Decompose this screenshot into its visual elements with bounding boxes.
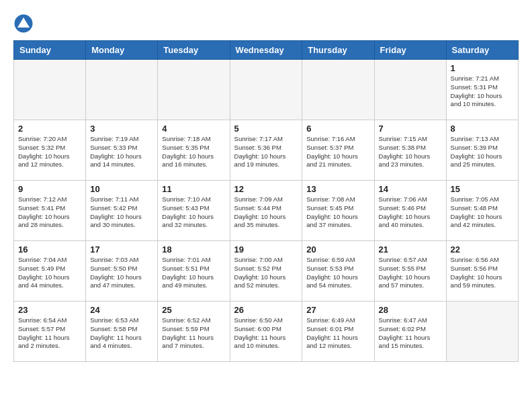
calendar-cell: 21Sunrise: 6:57 AM Sunset: 5:55 PM Dayli… xyxy=(374,241,446,302)
day-number: 27 xyxy=(306,305,369,315)
day-info: Sunrise: 6:52 AM Sunset: 5:59 PM Dayligh… xyxy=(162,316,225,351)
calendar-cell: 6Sunrise: 7:16 AM Sunset: 5:37 PM Daylig… xyxy=(302,120,374,181)
day-info: Sunrise: 7:00 AM Sunset: 5:52 PM Dayligh… xyxy=(234,256,298,290)
day-number: 24 xyxy=(90,305,153,315)
day-number: 21 xyxy=(379,244,442,255)
week-row-5: 23Sunrise: 6:54 AM Sunset: 5:57 PM Dayli… xyxy=(14,302,519,362)
day-number: 15 xyxy=(451,184,514,194)
calendar-cell: 23Sunrise: 6:54 AM Sunset: 5:57 PM Dayli… xyxy=(14,302,86,362)
day-number: 22 xyxy=(451,244,514,255)
day-info: Sunrise: 7:19 AM Sunset: 5:33 PM Dayligh… xyxy=(90,135,153,169)
day-number: 10 xyxy=(90,184,153,194)
day-info: Sunrise: 7:04 AM Sunset: 5:49 PM Dayligh… xyxy=(18,256,81,290)
day-info: Sunrise: 6:56 AM Sunset: 5:56 PM Dayligh… xyxy=(451,256,514,290)
calendar-cell: 8Sunrise: 7:13 AM Sunset: 5:39 PM Daylig… xyxy=(446,120,518,181)
calendar-cell: 10Sunrise: 7:11 AM Sunset: 5:42 PM Dayli… xyxy=(86,181,158,241)
day-info: Sunrise: 7:11 AM Sunset: 5:42 PM Dayligh… xyxy=(90,195,153,230)
calendar-cell: 28Sunrise: 6:47 AM Sunset: 6:02 PM Dayli… xyxy=(374,302,446,362)
calendar-cell: 11Sunrise: 7:10 AM Sunset: 5:43 PM Dayli… xyxy=(158,181,230,241)
weekday-header-saturday: Saturday xyxy=(446,41,518,60)
day-info: Sunrise: 6:50 AM Sunset: 6:00 PM Dayligh… xyxy=(234,316,298,351)
weekday-header-sunday: Sunday xyxy=(14,41,86,60)
day-number: 11 xyxy=(162,184,225,194)
weekday-header-tuesday: Tuesday xyxy=(158,41,230,60)
day-number: 8 xyxy=(451,124,514,134)
week-row-4: 16Sunrise: 7:04 AM Sunset: 5:49 PM Dayli… xyxy=(14,241,519,302)
day-info: Sunrise: 7:03 AM Sunset: 5:50 PM Dayligh… xyxy=(90,256,153,290)
weekday-header-row: SundayMondayTuesdayWednesdayThursdayFrid… xyxy=(14,41,519,60)
logo xyxy=(13,13,36,34)
calendar-table: SundayMondayTuesdayWednesdayThursdayFrid… xyxy=(13,40,519,362)
day-number: 5 xyxy=(234,124,298,134)
calendar-cell: 19Sunrise: 7:00 AM Sunset: 5:52 PM Dayli… xyxy=(230,241,302,302)
logo-icon xyxy=(13,13,34,34)
day-info: Sunrise: 7:10 AM Sunset: 5:43 PM Dayligh… xyxy=(162,195,225,230)
calendar-cell: 14Sunrise: 7:06 AM Sunset: 5:46 PM Dayli… xyxy=(374,181,446,241)
day-info: Sunrise: 6:47 AM Sunset: 6:02 PM Dayligh… xyxy=(379,316,442,351)
calendar-cell xyxy=(14,60,86,120)
calendar-cell: 27Sunrise: 6:49 AM Sunset: 6:01 PM Dayli… xyxy=(302,302,374,362)
calendar-cell xyxy=(230,60,302,120)
day-info: Sunrise: 7:01 AM Sunset: 5:51 PM Dayligh… xyxy=(162,256,225,290)
day-info: Sunrise: 7:17 AM Sunset: 5:36 PM Dayligh… xyxy=(234,135,298,169)
day-info: Sunrise: 7:15 AM Sunset: 5:38 PM Dayligh… xyxy=(379,135,442,169)
day-number: 20 xyxy=(306,244,369,255)
day-number: 2 xyxy=(18,124,81,134)
week-row-3: 9Sunrise: 7:12 AM Sunset: 5:41 PM Daylig… xyxy=(14,181,519,241)
day-info: Sunrise: 7:08 AM Sunset: 5:45 PM Dayligh… xyxy=(306,195,369,230)
day-number: 1 xyxy=(451,63,514,73)
calendar-cell: 12Sunrise: 7:09 AM Sunset: 5:44 PM Dayli… xyxy=(230,181,302,241)
week-row-2: 2Sunrise: 7:20 AM Sunset: 5:32 PM Daylig… xyxy=(14,120,519,181)
day-number: 7 xyxy=(379,124,442,134)
calendar-cell: 5Sunrise: 7:17 AM Sunset: 5:36 PM Daylig… xyxy=(230,120,302,181)
calendar-cell: 3Sunrise: 7:19 AM Sunset: 5:33 PM Daylig… xyxy=(86,120,158,181)
calendar-cell: 25Sunrise: 6:52 AM Sunset: 5:59 PM Dayli… xyxy=(158,302,230,362)
day-info: Sunrise: 7:20 AM Sunset: 5:32 PM Dayligh… xyxy=(18,135,81,169)
calendar-cell: 17Sunrise: 7:03 AM Sunset: 5:50 PM Dayli… xyxy=(86,241,158,302)
calendar-cell: 18Sunrise: 7:01 AM Sunset: 5:51 PM Dayli… xyxy=(158,241,230,302)
weekday-header-wednesday: Wednesday xyxy=(230,41,302,60)
day-info: Sunrise: 6:54 AM Sunset: 5:57 PM Dayligh… xyxy=(18,316,81,351)
day-number: 16 xyxy=(18,244,81,255)
weekday-header-friday: Friday xyxy=(374,41,446,60)
day-number: 17 xyxy=(90,244,153,255)
day-number: 26 xyxy=(234,305,298,315)
weekday-header-monday: Monday xyxy=(86,41,158,60)
calendar-cell xyxy=(302,60,374,120)
calendar-cell: 4Sunrise: 7:18 AM Sunset: 5:35 PM Daylig… xyxy=(158,120,230,181)
day-number: 28 xyxy=(379,305,442,315)
calendar-cell xyxy=(86,60,158,120)
calendar-cell: 13Sunrise: 7:08 AM Sunset: 5:45 PM Dayli… xyxy=(302,181,374,241)
calendar-cell: 20Sunrise: 6:59 AM Sunset: 5:53 PM Dayli… xyxy=(302,241,374,302)
day-info: Sunrise: 7:09 AM Sunset: 5:44 PM Dayligh… xyxy=(234,195,298,230)
day-info: Sunrise: 7:13 AM Sunset: 5:39 PM Dayligh… xyxy=(451,135,514,169)
day-number: 9 xyxy=(18,184,81,194)
calendar-cell: 24Sunrise: 6:53 AM Sunset: 5:58 PM Dayli… xyxy=(86,302,158,362)
calendar-cell xyxy=(374,60,446,120)
calendar-cell: 9Sunrise: 7:12 AM Sunset: 5:41 PM Daylig… xyxy=(14,181,86,241)
day-number: 23 xyxy=(18,305,81,315)
day-number: 13 xyxy=(306,184,369,194)
calendar-cell: 15Sunrise: 7:05 AM Sunset: 5:48 PM Dayli… xyxy=(446,181,518,241)
day-info: Sunrise: 6:57 AM Sunset: 5:55 PM Dayligh… xyxy=(379,256,442,290)
calendar-cell: 16Sunrise: 7:04 AM Sunset: 5:49 PM Dayli… xyxy=(14,241,86,302)
day-number: 12 xyxy=(234,184,298,194)
page-header xyxy=(13,13,519,34)
calendar-cell: 26Sunrise: 6:50 AM Sunset: 6:00 PM Dayli… xyxy=(230,302,302,362)
day-info: Sunrise: 7:18 AM Sunset: 5:35 PM Dayligh… xyxy=(162,135,225,169)
day-number: 19 xyxy=(234,244,298,255)
day-info: Sunrise: 6:59 AM Sunset: 5:53 PM Dayligh… xyxy=(306,256,369,290)
calendar-cell: 22Sunrise: 6:56 AM Sunset: 5:56 PM Dayli… xyxy=(446,241,518,302)
day-info: Sunrise: 7:16 AM Sunset: 5:37 PM Dayligh… xyxy=(306,135,369,169)
calendar-cell: 7Sunrise: 7:15 AM Sunset: 5:38 PM Daylig… xyxy=(374,120,446,181)
day-number: 18 xyxy=(162,244,225,255)
calendar-cell xyxy=(446,302,518,362)
day-number: 4 xyxy=(162,124,225,134)
calendar-cell: 2Sunrise: 7:20 AM Sunset: 5:32 PM Daylig… xyxy=(14,120,86,181)
day-info: Sunrise: 6:49 AM Sunset: 6:01 PM Dayligh… xyxy=(306,316,369,351)
week-row-1: 1Sunrise: 7:21 AM Sunset: 5:31 PM Daylig… xyxy=(14,60,519,120)
calendar-cell xyxy=(158,60,230,120)
day-info: Sunrise: 6:53 AM Sunset: 5:58 PM Dayligh… xyxy=(90,316,153,351)
calendar-cell: 1Sunrise: 7:21 AM Sunset: 5:31 PM Daylig… xyxy=(446,60,518,120)
day-number: 25 xyxy=(162,305,225,315)
